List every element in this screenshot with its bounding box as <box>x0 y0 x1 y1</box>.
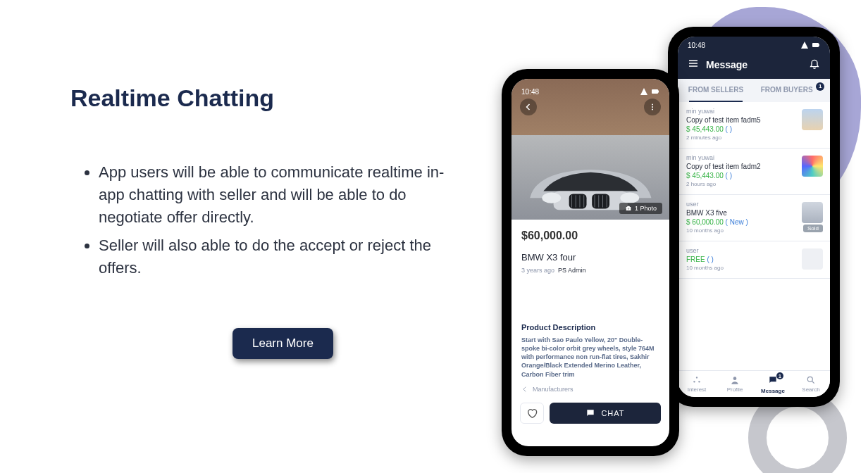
svg-point-10 <box>652 106 653 108</box>
chat-button[interactable]: CHAT <box>550 403 661 424</box>
svg-point-6 <box>807 377 812 381</box>
product-hero[interactable]: 1 Photo <box>512 79 669 220</box>
nav-message-badge: 1 <box>776 372 783 379</box>
description-heading: Product Description <box>521 323 659 332</box>
svg-point-3 <box>693 381 695 382</box>
message-thumb <box>802 109 823 130</box>
message-thumb <box>802 202 823 223</box>
bell-icon[interactable] <box>809 58 820 72</box>
breadcrumb[interactable]: Manufacturers <box>521 386 659 393</box>
message-thumb <box>802 156 823 177</box>
page-title: Realtime Chatting <box>70 84 451 112</box>
product-actions: CHAT <box>512 398 669 431</box>
message-ago: 2 hours ago <box>686 181 822 187</box>
status-icons <box>800 41 820 49</box>
message-item[interactable]: min yuwai Copy of test item fadm2 $ 45,4… <box>678 149 830 195</box>
menu-icon[interactable] <box>688 58 699 72</box>
svg-rect-1 <box>819 44 819 46</box>
phone-messages: 10:48 Message FROM SELLERS FROM BUY <box>668 27 840 407</box>
nav-profile[interactable]: Profile <box>716 375 754 394</box>
status-bar: 10:48 <box>512 83 669 97</box>
back-icon[interactable] <box>520 99 537 115</box>
message-ago: 2 minutes ago <box>686 134 822 141</box>
messages-header: Message <box>678 51 830 79</box>
message-tabs: FROM SELLERS FROM BUYERS 1 <box>678 79 830 102</box>
svg-point-11 <box>652 109 653 111</box>
svg-point-2 <box>696 377 698 378</box>
more-icon[interactable] <box>644 99 661 115</box>
product-body: $60,000.00 BMW X3 four 3 years ago PS Ad… <box>512 220 669 398</box>
product-meta: 3 years ago PS Admin <box>521 267 659 274</box>
svg-point-24 <box>542 192 561 203</box>
tab-from-sellers[interactable]: FROM SELLERS <box>678 79 754 102</box>
buyers-badge: 1 <box>816 82 824 91</box>
chat-icon <box>585 408 595 418</box>
svg-point-4 <box>698 381 700 382</box>
status-bar: 10:48 <box>678 37 830 51</box>
svg-rect-8 <box>658 91 659 93</box>
product-title: BMW X3 four <box>521 252 659 263</box>
learn-more-button[interactable]: Learn More <box>232 328 333 359</box>
svg-point-5 <box>733 377 737 380</box>
svg-rect-0 <box>812 43 819 47</box>
header-title: Message <box>706 59 748 70</box>
status-time: 10:48 <box>688 42 705 49</box>
bullet-2: Seller will also able to do the accept o… <box>99 234 451 279</box>
product-description: Start with Sao Paulo Yellow, 20" Double-… <box>521 336 659 379</box>
message-item[interactable]: min yuwai Copy of test item fadm5 $ 45,4… <box>678 102 830 149</box>
svg-rect-7 <box>652 89 658 94</box>
product-price: $60,000.00 <box>521 229 659 242</box>
svg-point-26 <box>628 208 630 210</box>
status-time: 10:48 <box>521 88 539 96</box>
nav-interest[interactable]: Interest <box>678 375 716 394</box>
camera-icon <box>625 205 632 212</box>
message-thumb <box>802 248 823 270</box>
svg-point-9 <box>652 104 653 106</box>
bottom-nav: Interest Profile 1 Message Search <box>678 370 830 397</box>
favorite-button[interactable] <box>520 403 544 424</box>
message-item[interactable]: user FREE ( ) 10 months ago <box>678 241 830 279</box>
message-item[interactable]: user BMW X3 five $ 60,000.00 ( New ) 10 … <box>678 195 830 241</box>
svg-point-25 <box>620 192 639 203</box>
message-list[interactable]: min yuwai Copy of test item fadm5 $ 45,4… <box>678 102 830 371</box>
heart-icon <box>526 408 538 419</box>
bullet-1: App users will be able to communicate re… <box>99 161 451 229</box>
nav-search[interactable]: Search <box>792 375 830 394</box>
status-icons <box>640 87 659 96</box>
svg-rect-13 <box>553 191 627 210</box>
message-ago: 10 months ago <box>686 227 822 234</box>
arrow-left-icon <box>521 386 528 393</box>
marketing-text: Realtime Chatting App users will be able… <box>70 84 451 359</box>
nav-message[interactable]: 1 Message <box>754 375 792 394</box>
phone-product-detail: 10:48 <box>502 69 679 456</box>
tab-from-buyers[interactable]: FROM BUYERS 1 <box>754 79 830 102</box>
sold-badge: Sold <box>803 225 823 232</box>
feature-bullets: App users will be able to communicate re… <box>70 161 451 279</box>
photo-count-chip[interactable]: 1 Photo <box>619 203 662 214</box>
